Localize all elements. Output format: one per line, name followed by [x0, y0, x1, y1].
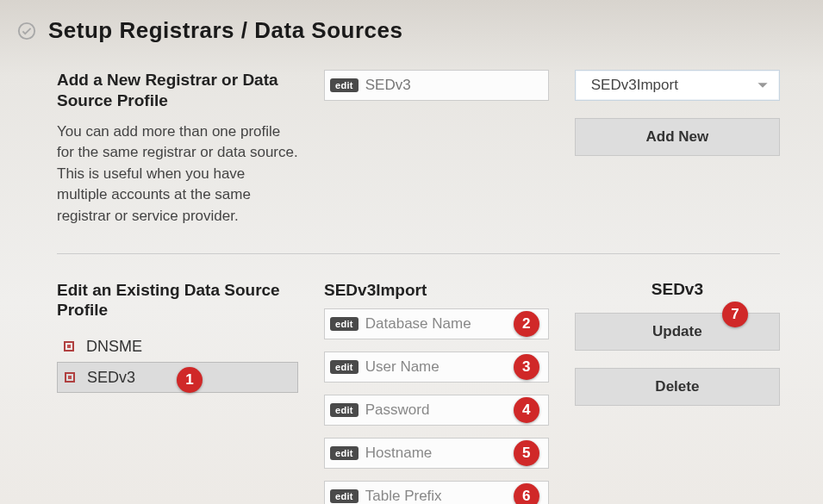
user-name-field[interactable]: edit 3	[324, 352, 549, 383]
svg-point-0	[19, 22, 34, 38]
square-marker-icon	[64, 341, 74, 352]
select-value: SEDv3Import	[591, 77, 678, 94]
check-circle-icon	[17, 22, 36, 40]
add-section-title: Add a New Registrar or Data Source Profi…	[57, 70, 298, 111]
hostname-input[interactable]	[365, 439, 548, 468]
hostname-field[interactable]: edit 5	[324, 438, 549, 469]
add-new-button[interactable]: Add New	[575, 118, 780, 156]
profile-list: DNSME SEDv3 1	[57, 331, 298, 393]
edit-badge-icon: edit	[330, 317, 359, 331]
edit-badge-icon: edit	[330, 446, 359, 460]
delete-button[interactable]: Delete	[575, 368, 780, 406]
form-title: SEDv3Import	[324, 280, 549, 301]
edit-badge-icon: edit	[330, 78, 359, 92]
password-input[interactable]	[365, 395, 548, 425]
actions-title-text: SEDv3	[652, 280, 703, 298]
add-section-description: You can add more than one profile for th…	[57, 121, 298, 227]
profile-name-input[interactable]	[365, 71, 548, 100]
edit-badge-icon: edit	[330, 360, 359, 374]
user-name-input[interactable]	[365, 352, 548, 382]
table-prefix-field[interactable]: edit 6	[324, 481, 549, 504]
edit-row: Edit an Existing Data Source Profile DNS…	[57, 280, 780, 504]
square-marker-icon	[65, 372, 75, 383]
page-header: Setup Registrars / Data Sources	[17, 17, 797, 44]
profile-name-input-wrap[interactable]: edit	[324, 70, 549, 101]
profile-item-dnsme[interactable]: DNSME	[57, 331, 298, 362]
annotation-badge-7: 7	[722, 302, 748, 327]
edit-section-title: Edit an Existing Data Source Profile	[57, 280, 298, 321]
profile-item-label: DNSME	[86, 338, 142, 356]
annotation-badge-1: 1	[177, 367, 203, 393]
import-type-select[interactable]: SEDv3Import	[575, 70, 780, 101]
database-name-field[interactable]: edit 2	[324, 308, 549, 339]
add-new-row: Add a New Registrar or Data Source Profi…	[57, 70, 780, 227]
table-prefix-input[interactable]	[365, 482, 548, 504]
chevron-down-icon	[757, 79, 769, 91]
profile-item-sedv3[interactable]: SEDv3 1	[57, 362, 298, 393]
edit-badge-icon: edit	[330, 489, 359, 503]
database-name-input[interactable]	[365, 309, 548, 339]
update-button-label: Update	[652, 323, 702, 339]
profile-item-label: SEDv3	[87, 369, 135, 387]
page-title: Setup Registrars / Data Sources	[48, 17, 402, 44]
actions-title: SEDv3	[575, 280, 780, 299]
update-button[interactable]: Update 7	[575, 313, 780, 351]
divider	[57, 253, 780, 254]
password-field[interactable]: edit 4	[324, 395, 549, 426]
edit-badge-icon: edit	[330, 403, 359, 417]
